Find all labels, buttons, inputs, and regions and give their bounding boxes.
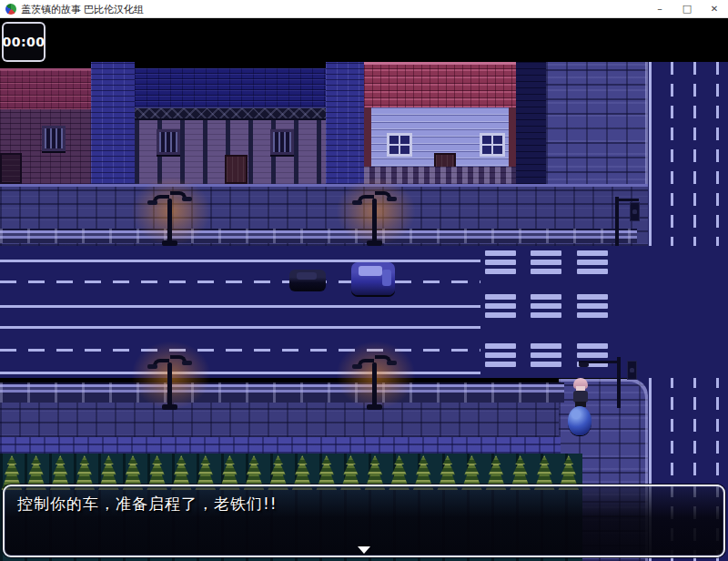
lamp-base xyxy=(162,404,177,410)
player-character xyxy=(571,378,590,407)
lane-marking xyxy=(716,62,719,246)
crosswalk-bar xyxy=(531,312,561,318)
crosswalk-bar xyxy=(485,250,516,256)
street-lamp xyxy=(349,191,403,246)
crosswalk-bar xyxy=(577,260,608,265)
crosswalk-bar xyxy=(531,352,561,358)
app-icon xyxy=(5,4,16,15)
lamp-head xyxy=(147,200,157,205)
lane-marking xyxy=(693,62,696,246)
continue-indicator-icon xyxy=(358,546,370,554)
crosswalk xyxy=(485,250,609,369)
traffic-light xyxy=(610,197,642,246)
lamp-head xyxy=(182,197,192,201)
shadow-wall xyxy=(516,62,546,184)
traffic-light-arm xyxy=(615,199,639,201)
building-timber-window xyxy=(157,129,180,155)
building-siding-roof xyxy=(364,62,516,107)
crosswalk-bar xyxy=(485,312,516,318)
guardrail-lower xyxy=(0,382,564,403)
crosswalk-bar xyxy=(531,294,561,300)
minimize-button[interactable]: – xyxy=(646,0,673,18)
blue-barrel xyxy=(568,406,592,435)
building-siding xyxy=(364,62,516,184)
alley-wall xyxy=(326,62,364,184)
lane-marking xyxy=(0,326,480,329)
timer-window: 00:00 xyxy=(2,22,46,62)
building-left xyxy=(0,68,91,184)
timer-value: 00:00 xyxy=(2,35,45,49)
building-left-roof xyxy=(0,68,91,109)
building-timber-door xyxy=(225,155,248,184)
lane-marking xyxy=(0,280,480,283)
lamp-post xyxy=(372,362,377,410)
crosswalk-bar xyxy=(531,260,561,265)
crosswalk-bar xyxy=(577,269,608,274)
lamp-head xyxy=(387,197,397,201)
lamp-base xyxy=(162,240,177,246)
lamp-head xyxy=(352,200,362,205)
traffic-light-pole xyxy=(615,197,619,246)
crosswalk-bar xyxy=(531,343,561,349)
crosswalk-bar xyxy=(485,362,516,367)
building-timber-beam xyxy=(135,107,326,120)
crosswalk-bar xyxy=(485,303,516,309)
lamp-post xyxy=(167,362,172,410)
lamp-post xyxy=(167,199,172,246)
street-lamp xyxy=(144,355,198,410)
lamp-head xyxy=(352,364,362,369)
lamp-head xyxy=(387,361,397,365)
building-siding-trim xyxy=(364,107,371,167)
building-siding-trim xyxy=(509,107,516,167)
lane-marking xyxy=(0,305,480,308)
close-button[interactable]: ✕ xyxy=(701,0,728,18)
window-titlebar: 盖茨镇的故事 巴比伦汉化组 – □ ✕ xyxy=(0,0,728,18)
lane-marking xyxy=(671,62,673,246)
traffic-light-box xyxy=(627,361,637,380)
street-lamp xyxy=(144,191,198,246)
lane-marking xyxy=(649,62,652,246)
crosswalk-bar xyxy=(485,294,516,300)
crosswalk-bar xyxy=(531,269,561,274)
crosswalk-bar xyxy=(531,362,561,367)
park-wall xyxy=(0,437,561,454)
lamp-base xyxy=(367,240,382,246)
lamp-base xyxy=(367,404,382,410)
dialogue-window[interactable]: 控制你的车，准备启程了，老铁们!! xyxy=(3,484,725,557)
building-siding-window xyxy=(387,133,412,157)
building-timber xyxy=(135,68,326,184)
crosswalk-bar xyxy=(577,343,608,349)
crosswalk-bar xyxy=(577,303,608,309)
traffic-light-lamp xyxy=(579,362,589,367)
building-timber-roof xyxy=(135,68,326,107)
crosswalk-bar xyxy=(485,343,516,349)
player-car-blue xyxy=(351,262,395,295)
crosswalk-bar xyxy=(485,260,516,265)
crosswalk-bar xyxy=(577,250,608,256)
traffic-light-box xyxy=(630,202,640,221)
building-left-window xyxy=(42,126,66,151)
lamp-post xyxy=(372,199,377,246)
building-timber-window xyxy=(270,129,294,155)
crosswalk-bar xyxy=(577,294,608,300)
crosswalk-bar xyxy=(485,352,516,358)
crosswalk-bar xyxy=(531,303,561,309)
lamp-head xyxy=(182,361,192,365)
traffic-light-pole xyxy=(617,357,621,408)
crosswalk-bar xyxy=(485,269,516,274)
game-viewport[interactable]: 00:00 控制你的车，准备启程了，老铁们!! xyxy=(0,18,728,561)
building-left-door xyxy=(0,153,22,184)
crosswalk-bar xyxy=(577,312,608,318)
lane-marking xyxy=(0,260,480,262)
dialogue-text: 控制你的车，准备启程了，老铁们!! xyxy=(17,494,714,515)
window-controls: – □ ✕ xyxy=(646,0,728,18)
building-siding-window xyxy=(480,133,505,157)
street-lamp xyxy=(349,355,403,410)
maximize-button[interactable]: □ xyxy=(673,0,701,18)
window-title: 盖茨镇的故事 巴比伦汉化组 xyxy=(21,0,144,18)
alley-wall xyxy=(91,62,135,184)
lamp-head xyxy=(147,364,157,369)
guardrail-upper xyxy=(0,229,637,243)
crosswalk-bar xyxy=(531,250,561,256)
parked-car-dark xyxy=(289,270,326,291)
